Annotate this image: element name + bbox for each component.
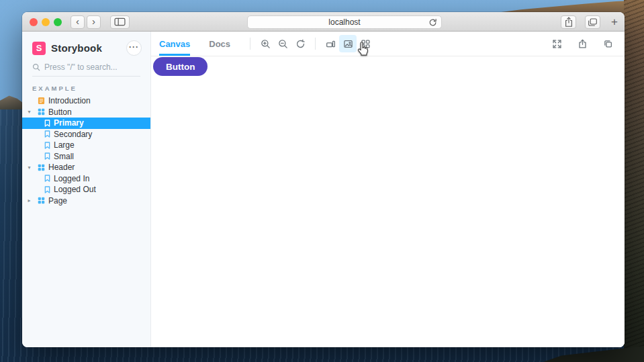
sidebar-item-large[interactable]: Large [22, 140, 150, 151]
forward-button[interactable]: › [87, 15, 101, 29]
story-icon [44, 186, 50, 193]
browser-window: ‹ › localhost + S Storybook ··· [22, 12, 625, 347]
zoom-out-button[interactable] [274, 35, 291, 52]
address-bar-url: localhost [328, 17, 360, 27]
document-icon [38, 97, 45, 105]
toolbar-right-group [548, 35, 616, 52]
sidebar-item-label: Introduction [48, 96, 91, 105]
share-icon [564, 17, 573, 28]
sidebar-item-label: Primary [54, 118, 84, 128]
sidebar-item-header[interactable]: ▾ Header [22, 162, 150, 173]
preview-column: Canvas Docs [151, 32, 625, 347]
toolbar-divider [315, 38, 316, 50]
viewport-icon [326, 39, 336, 49]
search-input[interactable] [44, 62, 138, 72]
storybook-sidebar: S Storybook ··· EXAMPLE Introduction ▾ B… [22, 32, 151, 347]
sidebar-item-label: Logged In [54, 174, 89, 183]
grid-icon [361, 39, 371, 49]
tabs-overview-button[interactable] [585, 15, 600, 29]
tabs-overview-icon [588, 17, 598, 27]
sidebar-item-label: Page [48, 196, 67, 206]
fullscreen-icon [552, 39, 562, 49]
chevron-right-icon[interactable]: ▸ [25, 197, 34, 203]
share-canvas-icon [578, 39, 588, 49]
sidebar-item-label: Logged Out [54, 185, 96, 194]
sidebar-item-label: Large [54, 140, 75, 150]
sidebar-item-label: Small [54, 152, 74, 161]
search-bar[interactable] [32, 62, 140, 77]
story-icon [44, 142, 50, 149]
background-icon [343, 39, 353, 49]
zoom-reset-icon [295, 39, 306, 49]
search-icon [32, 63, 40, 71]
toolbar-divider [250, 38, 250, 50]
story-button[interactable]: Button [153, 57, 208, 76]
app-area: S Storybook ··· EXAMPLE Introduction ▾ B… [22, 32, 625, 347]
sidebar-menu-button[interactable]: ··· [126, 40, 142, 56]
app-title: Storybook [51, 42, 102, 54]
sidebar-item-logged-in[interactable]: Logged In [22, 173, 150, 185]
close-button[interactable] [30, 18, 38, 26]
sidebar-item-label: Header [48, 163, 75, 172]
sidebar-item-page[interactable]: ▸ Page [22, 195, 150, 207]
section-label-example: EXAMPLE [22, 85, 150, 95]
story-icon [44, 120, 50, 127]
story-icon [44, 152, 50, 160]
zoom-button[interactable] [54, 18, 62, 26]
brand-row: S Storybook ··· [22, 32, 150, 56]
open-canvas-share-button[interactable] [573, 35, 591, 52]
viewport-button[interactable] [322, 35, 339, 52]
reload-icon[interactable] [428, 18, 437, 27]
grid-button[interactable] [357, 35, 374, 52]
copy-canvas-link-button[interactable] [599, 35, 616, 52]
browser-toolbar: ‹ › localhost + [22, 12, 625, 32]
storybook-logo[interactable]: S [32, 42, 46, 55]
copy-icon [603, 39, 613, 49]
forward-icon: › [92, 16, 95, 26]
component-icon [38, 197, 45, 204]
chevron-down-icon[interactable]: ▾ [25, 165, 34, 171]
sidebar-item-small[interactable]: Small [22, 151, 150, 163]
sidebar-item-label: Button [48, 107, 72, 117]
sidebar-tree: EXAMPLE Introduction ▾ Button Primary Se… [22, 85, 150, 206]
component-icon [38, 164, 45, 171]
new-tab-button[interactable]: + [609, 15, 620, 29]
sidebar-toggle-icon [114, 17, 126, 26]
sidebar-item-logged-out[interactable]: Logged Out [22, 184, 150, 195]
tab-canvas[interactable]: Canvas [159, 32, 190, 56]
sidebar-item-button[interactable]: ▾ Button [22, 107, 150, 118]
tree-rows: Introduction ▾ Button Primary Secondary … [22, 95, 150, 206]
address-bar[interactable]: localhost [247, 15, 442, 29]
sidebar-item-secondary[interactable]: Secondary [22, 129, 150, 140]
story-icon [44, 130, 50, 138]
story-icon [44, 175, 50, 182]
tab-docs[interactable]: Docs [209, 32, 230, 56]
storybook-toolbar: Canvas Docs [151, 32, 625, 56]
fullscreen-button[interactable] [548, 35, 565, 52]
traffic-lights [30, 18, 62, 26]
zoom-in-icon [261, 39, 271, 49]
wallpaper-island-rock [624, 0, 644, 362]
zoom-in-button[interactable] [257, 35, 274, 52]
minimize-button[interactable] [42, 18, 50, 26]
sidebar-item-introduction[interactable]: Introduction [22, 95, 150, 107]
story-preview: Button [151, 56, 625, 347]
sidebar-toggle-button[interactable] [110, 15, 130, 29]
share-button[interactable] [561, 15, 576, 29]
back-icon: ‹ [76, 16, 79, 26]
sidebar-item-label: Secondary [54, 130, 92, 139]
sidebar-item-primary[interactable]: Primary [22, 118, 150, 129]
zoom-reset-button[interactable] [291, 35, 309, 52]
chrome-right-buttons: + [561, 15, 620, 29]
back-button[interactable]: ‹ [71, 15, 85, 29]
zoom-out-icon [278, 39, 288, 49]
component-icon [38, 108, 45, 116]
background-button[interactable] [339, 35, 357, 52]
chevron-down-icon[interactable]: ▾ [25, 109, 34, 115]
